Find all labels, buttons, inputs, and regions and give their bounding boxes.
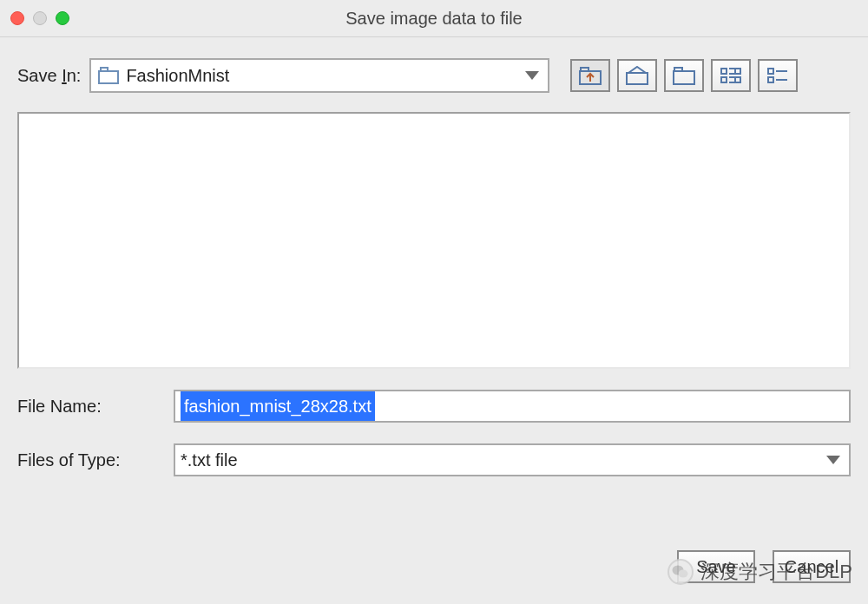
file-name-row: File Name: fashion_mnist_28x28.txt <box>17 390 851 423</box>
zoom-window-button[interactable] <box>56 11 69 25</box>
svg-rect-10 <box>735 77 740 82</box>
cancel-button[interactable]: Cancel <box>773 550 851 583</box>
svg-rect-14 <box>768 77 773 82</box>
close-window-button[interactable] <box>10 11 24 25</box>
file-type-value: *.txt file <box>181 450 238 470</box>
svg-rect-4 <box>674 68 682 71</box>
save-button[interactable]: Save <box>677 550 755 583</box>
dialog-actions: Save Cancel <box>677 550 851 583</box>
file-name-input[interactable]: fashion_mnist_28x28.txt <box>174 390 851 423</box>
file-type-label: Files of Type: <box>17 450 156 470</box>
svg-rect-5 <box>721 69 727 74</box>
file-name-value: fashion_mnist_28x28.txt <box>181 391 375 421</box>
grid-list-icon <box>720 66 742 85</box>
home-icon <box>626 66 648 85</box>
save-in-label: Save In: <box>17 66 81 86</box>
dialog-content: Save In: FashionMnist <box>0 37 868 490</box>
window-title: Save image data to file <box>0 9 868 29</box>
save-in-row: Save In: FashionMnist <box>17 58 851 93</box>
minimize-window-button[interactable] <box>33 11 47 25</box>
home-button[interactable] <box>617 59 657 92</box>
details-list-icon <box>766 66 789 85</box>
svg-rect-3 <box>674 71 694 84</box>
file-type-dropdown[interactable]: *.txt file <box>174 443 851 476</box>
details-view-button[interactable] <box>758 59 798 92</box>
chevron-down-icon <box>525 71 539 80</box>
list-view-button[interactable] <box>711 59 751 92</box>
svg-rect-9 <box>735 69 740 74</box>
svg-rect-1 <box>581 68 589 71</box>
title-bar: Save image data to file <box>0 0 868 36</box>
folder-icon <box>98 67 119 84</box>
save-in-value: FashionMnist <box>126 66 229 86</box>
svg-rect-13 <box>768 69 773 74</box>
file-type-row: Files of Type: *.txt file <box>17 443 851 476</box>
folder-up-icon <box>579 66 602 85</box>
chevron-down-icon <box>826 456 840 464</box>
new-folder-button[interactable] <box>664 59 704 92</box>
window-traffic-lights <box>10 11 69 25</box>
file-name-label: File Name: <box>17 397 156 417</box>
up-one-level-button[interactable] <box>570 59 610 92</box>
save-in-dropdown[interactable]: FashionMnist <box>89 58 549 93</box>
new-folder-icon <box>673 66 695 85</box>
file-list-area[interactable] <box>17 112 851 369</box>
toolbar-buttons <box>570 59 798 92</box>
svg-rect-2 <box>627 73 648 84</box>
svg-rect-6 <box>721 77 727 82</box>
